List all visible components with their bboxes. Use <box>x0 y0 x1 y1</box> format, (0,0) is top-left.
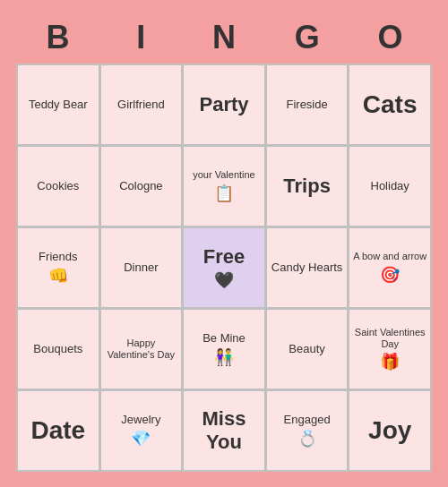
cell-text-18: Beauty <box>289 342 324 356</box>
bingo-cell-17[interactable]: Be Mine👫 <box>184 310 264 389</box>
bingo-cell-7[interactable]: your Valentine📋 <box>184 147 264 226</box>
header-g: G <box>265 15 349 60</box>
cell-emoji-21: 💎 <box>131 429 151 449</box>
cell-text-19: Saint Valentines Day <box>352 327 427 350</box>
bingo-cell-20[interactable]: Date <box>18 391 99 470</box>
cell-emoji-14: 🎯 <box>380 265 400 285</box>
cell-text-15: Bouquets <box>33 342 82 356</box>
bingo-cell-9[interactable]: Holiday <box>349 147 430 226</box>
cell-text-13: Candy Hearts <box>271 261 342 275</box>
cell-text-8: Trips <box>283 175 331 198</box>
bingo-cell-18[interactable]: Beauty <box>267 310 348 389</box>
cell-emoji-19: 🎁 <box>380 352 400 372</box>
bingo-cell-14[interactable]: A bow and arrow🎯 <box>349 228 430 307</box>
bingo-cell-0[interactable]: Teddy Bear <box>18 65 99 144</box>
cell-emoji-10: 👊 <box>48 266 68 286</box>
cell-text-24: Joy <box>368 415 411 446</box>
cell-text-20: Date <box>30 415 85 446</box>
cell-emoji-23: 💍 <box>297 429 317 449</box>
cell-text-4: Cats <box>363 90 418 120</box>
cell-text-12: Free <box>203 245 245 269</box>
bingo-cell-13[interactable]: Candy Hearts <box>267 228 348 307</box>
cell-text-16: Happy Valentine's Day <box>104 337 179 361</box>
cell-text-10: Friends <box>39 250 77 264</box>
bingo-grid: Teddy BearGirlfriendPartyFiresideCatsCoo… <box>16 64 432 472</box>
bingo-cell-12[interactable]: Free🖤 <box>184 228 264 307</box>
bingo-cell-11[interactable]: Dinner <box>101 228 182 307</box>
bingo-cell-5[interactable]: Cookies <box>18 147 99 226</box>
bingo-cell-4[interactable]: Cats <box>349 65 430 144</box>
cell-text-1: Girlfriend <box>117 98 165 112</box>
bingo-cell-19[interactable]: Saint Valentines Day🎁 <box>349 310 430 389</box>
bingo-cell-8[interactable]: Trips <box>267 147 348 226</box>
bingo-cell-3[interactable]: Fireside <box>267 65 348 144</box>
bingo-cell-23[interactable]: Engaged💍 <box>267 391 348 470</box>
cell-text-3: Fireside <box>286 98 327 112</box>
bingo-cell-2[interactable]: Party <box>184 65 264 144</box>
cell-text-0: Teddy Bear <box>29 98 88 112</box>
cell-text-23: Engaged <box>284 413 331 427</box>
bingo-cell-22[interactable]: Miss You <box>184 391 264 470</box>
header-b: B <box>16 15 99 60</box>
bingo-cell-6[interactable]: Cologne <box>101 147 182 226</box>
header-o: O <box>349 15 432 60</box>
bingo-cell-24[interactable]: Joy <box>349 391 430 470</box>
bingo-header: B I N G O <box>16 15 432 60</box>
cell-text-21: Jewelry <box>121 413 160 427</box>
bingo-cell-15[interactable]: Bouquets <box>18 310 99 389</box>
bingo-cell-1[interactable]: Girlfriend <box>101 65 182 144</box>
bingo-cell-21[interactable]: Jewelry💎 <box>101 391 182 470</box>
cell-text-11: Dinner <box>124 261 158 275</box>
bingo-card: B I N G O Teddy BearGirlfriendPartyFires… <box>9 8 439 479</box>
cell-emoji-17: 👫 <box>214 347 234 367</box>
bingo-cell-16[interactable]: Happy Valentine's Day <box>101 310 182 389</box>
header-i: I <box>99 15 183 60</box>
cell-text-17: Be Mine <box>202 331 246 346</box>
cell-text-6: Cologne <box>119 179 162 193</box>
cell-text-7: your Valentine <box>193 169 255 181</box>
cell-text-2: Party <box>199 93 248 116</box>
cell-text-9: Holiday <box>371 179 409 193</box>
bingo-cell-10[interactable]: Friends👊 <box>18 228 99 307</box>
cell-text-14: A bow and arrow <box>353 251 426 262</box>
cell-text-22: Miss You <box>186 407 262 455</box>
cell-emoji-7: 📋 <box>214 184 234 203</box>
cell-emoji-12: 🖤 <box>214 270 234 290</box>
header-n: N <box>183 15 266 60</box>
cell-text-5: Cookies <box>37 179 79 193</box>
